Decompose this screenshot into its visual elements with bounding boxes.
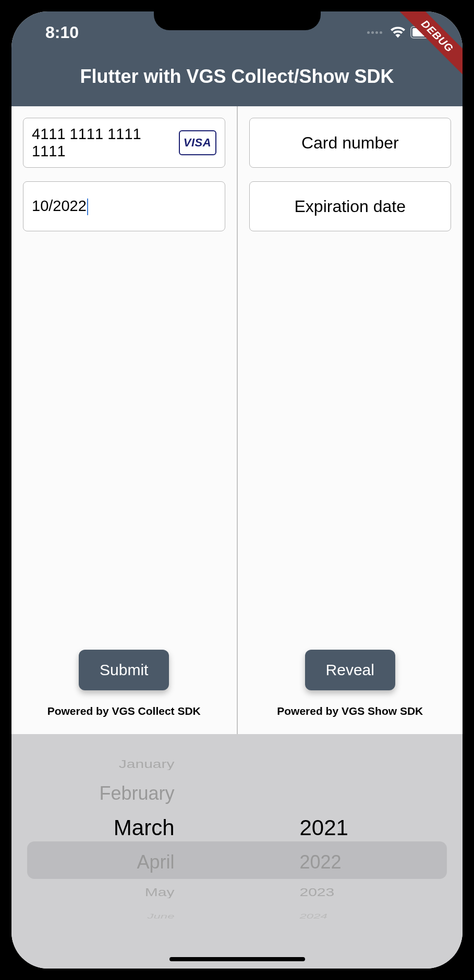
picker-item-selected[interactable]: March	[108, 809, 180, 847]
date-picker[interactable]: January February March April May June . …	[11, 734, 463, 969]
show-card-number-field: Card number	[249, 118, 452, 168]
main-content: 4111 1111 1111 1111 VISA 10/2022 Submit …	[11, 106, 463, 734]
status-time: 8:10	[45, 23, 79, 42]
picker-item-selected[interactable]: 2021	[295, 809, 354, 847]
card-number-input[interactable]: 4111 1111 1111 1111	[32, 126, 179, 160]
picker-item[interactable]: 2022	[295, 847, 347, 878]
picker-item[interactable]: 2023	[295, 882, 340, 903]
page-title: Flutter with VGS Collect/Show SDK	[11, 66, 463, 88]
month-picker-wheel[interactable]: January February March April May June	[11, 750, 263, 969]
submit-button[interactable]: Submit	[79, 650, 169, 690]
expiration-date-field[interactable]: 10/2022	[23, 181, 225, 231]
picker-item[interactable]: 2024	[295, 911, 333, 922]
picker-item[interactable]: April	[131, 847, 179, 878]
device-notch	[154, 0, 321, 30]
app-bar: Flutter with VGS Collect/Show SDK	[11, 53, 463, 106]
device-frame: DEBUG 8:10 Flutter with VGS Collect/Show…	[0, 0, 474, 980]
text-cursor	[87, 199, 88, 215]
picker-item[interactable]: February	[94, 778, 179, 809]
picker-item[interactable]: January	[114, 753, 180, 775]
show-column: Card number Expiration date Reveal Power…	[238, 106, 463, 734]
cellular-dots-icon	[367, 31, 382, 34]
visa-brand-icon: VISA	[179, 130, 216, 155]
screen: DEBUG 8:10 Flutter with VGS Collect/Show…	[11, 11, 463, 969]
year-picker-wheel[interactable]: . . 2021 2022 2023 2024	[263, 750, 463, 969]
home-indicator[interactable]	[169, 957, 305, 961]
expiration-date-input[interactable]: 10/2022	[32, 197, 216, 215]
reveal-button[interactable]: Reveal	[305, 650, 395, 690]
picker-item[interactable]: May	[140, 882, 180, 903]
picker-item[interactable]: June	[142, 911, 179, 922]
card-number-field[interactable]: 4111 1111 1111 1111 VISA	[23, 118, 225, 168]
wifi-icon	[391, 27, 405, 38]
collect-footer: Powered by VGS Collect SDK	[23, 705, 225, 717]
collect-column: 4111 1111 1111 1111 VISA 10/2022 Submit …	[11, 106, 237, 734]
show-footer: Powered by VGS Show SDK	[249, 705, 452, 717]
show-expiration-date-field: Expiration date	[249, 181, 452, 231]
